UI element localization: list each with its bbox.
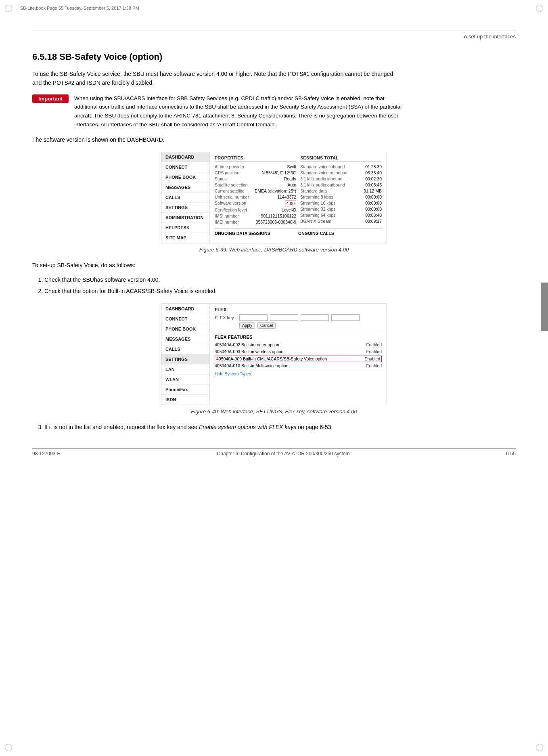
- prop-cert-level: Certification level Level-D: [215, 207, 296, 213]
- flex-sidebar: DASHBOARD CONNECT PHONE BOOK MESSAGES CA…: [161, 304, 210, 405]
- intro-text: To use the SB-Safety Voice service, the …: [32, 69, 395, 88]
- flex-key-input4[interactable]: [331, 314, 360, 321]
- footer: 98-127093-H Chapter 6: Configuration of …: [32, 451, 516, 457]
- session-stream8: Streaming 8 kbps 00:00:00: [300, 194, 382, 200]
- sidebar-item-connect[interactable]: CONNECT: [161, 162, 209, 172]
- flex-sidebar-phonefax[interactable]: Phone/Fax: [161, 385, 209, 395]
- footer-right: 6-55: [506, 451, 516, 457]
- flex-sidebar-calls[interactable]: CALLS: [161, 344, 209, 354]
- step-1: Check that the SBUhas software version 4…: [44, 275, 516, 285]
- sidebar-item-dashboard[interactable]: DASHBOARD: [161, 152, 209, 162]
- header-divider: [32, 31, 516, 31]
- prop-airtime: Airtime provider Swift: [215, 164, 296, 170]
- step3-list: If it is not in the list and enabled, re…: [44, 423, 516, 432]
- ongoing-data-label: ONGOING DATA SESSIONS: [215, 231, 270, 236]
- flex-sidebar-wlan[interactable]: WLAN: [161, 375, 209, 385]
- sidebar-item-calls[interactable]: CALLS: [161, 193, 209, 203]
- footer-divider: [32, 448, 516, 448]
- sidebar-item-settings[interactable]: SETTINGS: [161, 203, 209, 213]
- corner-marker-bl: [5, 744, 12, 751]
- corner-marker-tr: [536, 5, 543, 12]
- ongoing-data: ONGOING DATA SESSIONS: [215, 231, 298, 236]
- step-2: Check that the option for Built-in ACARS…: [44, 287, 516, 296]
- cancel-button[interactable]: Cancel: [257, 323, 276, 329]
- sessions-header: SESSIONS TOTAL: [300, 155, 382, 162]
- sidebar-item-phonebook[interactable]: PHONE BOOK: [161, 172, 209, 182]
- flex-key-label: FLEX key: [215, 315, 237, 320]
- section-title: 6.5.18 SB-Safety Voice (option): [32, 52, 516, 62]
- session-3khz-in: 3.1 kHz audio inbound 00:02:30: [300, 176, 382, 182]
- flex-sidebar-phonebook[interactable]: PHONE BOOK: [161, 324, 209, 334]
- sidebar-item-helpdesk[interactable]: HELPDESK: [161, 223, 209, 233]
- dashboard-sidebar: DASHBOARD CONNECT PHONE BOOK MESSAGES CA…: [161, 152, 210, 243]
- feature-row-002: 405040A-002 Built-in router option Enabl…: [215, 341, 382, 348]
- prop-serial: Unit serial number 11443372: [215, 194, 296, 200]
- file-info: SB-Lite.book Page 55 Tuesday, September …: [20, 6, 139, 10]
- session-std-voice-out: Standard voice outbound 03:35:40: [300, 170, 382, 176]
- feature-row-003: 405040A-003 Built-in wireless option Ena…: [215, 348, 382, 355]
- flex-sidebar-dashboard[interactable]: DASHBOARD: [161, 304, 209, 314]
- ongoing-section: ONGOING DATA SESSIONS ONGOING CALLS: [215, 228, 382, 236]
- ongoing-calls-label: ONGOING CALLS: [298, 231, 334, 236]
- step3-text: If it is not in the list and enabled, re…: [44, 424, 199, 430]
- prop-software-version: Software version 4.00: [215, 200, 296, 207]
- important-box: Important When using the SBU/ACARS inter…: [32, 94, 404, 129]
- important-text: When using the SBU/ACARS interface for S…: [74, 94, 404, 129]
- flex-sidebar-lan[interactable]: LAN: [161, 364, 209, 375]
- figure1-caption: Figure 6-39: Web interface, DASHBOARD so…: [32, 247, 516, 253]
- dashboard-screenshot: DASHBOARD CONNECT PHONE BOOK MESSAGES CA…: [161, 152, 387, 243]
- flex-sidebar-isdn[interactable]: ISDN: [161, 395, 209, 405]
- sidebar-item-administration[interactable]: ADMINISTRATION: [161, 213, 209, 223]
- corner-marker-tl: [5, 5, 12, 12]
- step3-suffix: on page 6-53.: [296, 424, 333, 430]
- flex-buttons-row: Apply Cancel: [215, 323, 382, 329]
- session-stream64: Streaming 64 kbps 00:03:40: [300, 212, 382, 218]
- flex-screenshot: DASHBOARD CONNECT PHONE BOOK MESSAGES CA…: [161, 304, 387, 405]
- flex-key-input3[interactable]: [301, 314, 329, 321]
- flex-sidebar-messages[interactable]: MESSAGES: [161, 334, 209, 344]
- flex-key-input1[interactable]: [239, 314, 268, 321]
- setup-intro: To set-up SB-Safety Voice, do as follows…: [32, 261, 395, 270]
- flex-content: FLEX FLEX key Apply Cancel FLEX FEATURES…: [210, 304, 387, 405]
- hide-system-types-link[interactable]: Hide System Types: [215, 371, 382, 376]
- flex-sidebar-settings[interactable]: SETTINGS: [161, 354, 209, 364]
- flex-title: FLEX: [215, 307, 382, 312]
- prop-satellite-selection: Satellite selection Auto: [215, 182, 296, 188]
- flex-key-row: FLEX key: [215, 314, 382, 321]
- prop-current-satellite: Current satellite EMEA (elevation: 25°): [215, 188, 296, 194]
- flex-sidebar-connect[interactable]: CONNECT: [161, 314, 209, 324]
- properties-column: PROPERTIES Airtime provider Swift GPS po…: [215, 155, 300, 225]
- important-badge: Important: [32, 94, 69, 103]
- session-stream32: Streaming 32 kbps 00:00:00: [300, 206, 382, 212]
- session-stream16: Streaming 16 kbps 00:00:00: [300, 200, 382, 206]
- footer-left: 98-127093-H: [32, 451, 61, 457]
- sidebar-item-messages[interactable]: MESSAGES: [161, 182, 209, 193]
- sidebar-item-sitemap[interactable]: SITE MAP: [161, 233, 209, 243]
- corner-marker-br: [536, 744, 543, 751]
- session-std-data: Standard data 31.12 MB: [300, 188, 382, 194]
- footer-center: Chapter 6: Configuration of the AVIATOR …: [217, 451, 350, 457]
- side-tab: [541, 283, 548, 331]
- prop-gps: GPS position N 55°48', E 12°30': [215, 170, 296, 176]
- figure2-caption: Figure 6-40: Web interface, SETTINGS, Fl…: [32, 408, 516, 415]
- step3-italic: Enable system options with FLEX keys: [199, 424, 296, 430]
- header-text: To set up the interfaces: [32, 34, 516, 40]
- sessions-column: SESSIONS TOTAL Standard voice inbound 01…: [300, 155, 382, 225]
- feature-row-010: 405040A-010 Built-in Multi-voice option …: [215, 362, 382, 369]
- prop-imsi: IMSI number 901112115106122: [215, 213, 296, 219]
- flex-key-input2[interactable]: [270, 314, 298, 321]
- section-heading: SB-Safety Voice (option): [59, 52, 162, 62]
- step-3: If it is not in the list and enabled, re…: [44, 423, 516, 432]
- steps-list: Check that the SBUhas software version 4…: [44, 275, 516, 296]
- feature-row-009: 405040A-009 Built-in CMU/ACARS/SB-Safety…: [215, 356, 382, 362]
- session-3khz-out: 3.1 kHz audio outbound 00:08:45: [300, 182, 382, 188]
- prop-status: Status Ready: [215, 176, 296, 182]
- prop-imei: IMEI number 358723003-000340-9: [215, 219, 296, 225]
- apply-button[interactable]: Apply: [239, 323, 255, 329]
- session-std-voice-in: Standard voice inbound 01:28:39: [300, 164, 382, 170]
- flex-features-title: FLEX FEATURES: [215, 332, 382, 339]
- properties-header: PROPERTIES: [215, 155, 296, 162]
- session-bgan: BGAN X-Stream 00:09:17: [300, 218, 382, 224]
- dashboard-intro: The software version is shown on the DAS…: [32, 135, 395, 144]
- dashboard-content: PROPERTIES Airtime provider Swift GPS po…: [210, 152, 387, 243]
